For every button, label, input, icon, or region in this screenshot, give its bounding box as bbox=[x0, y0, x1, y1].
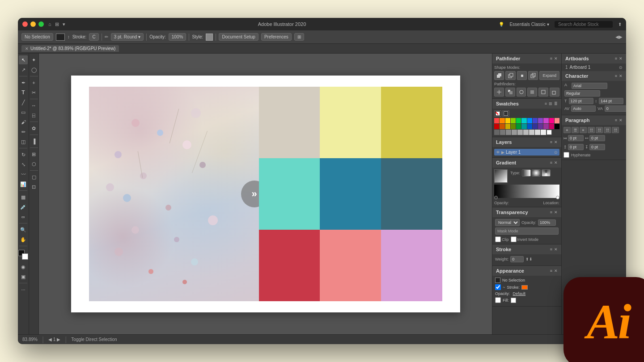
graph-tool[interactable]: 📊 bbox=[19, 180, 28, 189]
gradient-close-icon[interactable]: ✕ bbox=[554, 160, 558, 165]
zoom-level[interactable]: 83.89% bbox=[22, 337, 38, 342]
column-graph-tool[interactable]: ▐ bbox=[30, 137, 38, 146]
crop-btn[interactable] bbox=[527, 88, 537, 97]
stroke-menu-icon[interactable]: ≡ bbox=[550, 247, 552, 252]
artboard-options-icon[interactable]: ⊙ bbox=[619, 65, 623, 70]
more-tools-btn[interactable]: ··· bbox=[19, 285, 28, 294]
color-mode-icon[interactable]: ◉ bbox=[19, 262, 28, 271]
swatch-navy[interactable] bbox=[533, 124, 538, 129]
brush-size-selector[interactable]: 3 pt. Round ▾ bbox=[111, 33, 144, 41]
pathfinder-close-icon[interactable]: ✕ bbox=[554, 56, 558, 61]
transparency-header[interactable]: Transparency ≡ ✕ bbox=[492, 207, 561, 217]
minus-back-btn[interactable] bbox=[550, 88, 559, 97]
swatches-menu-icon[interactable]: ≣ bbox=[554, 101, 558, 106]
reflect-tool[interactable]: ↔ bbox=[30, 101, 38, 110]
swatch-gray1[interactable] bbox=[494, 130, 500, 135]
warp-tool[interactable]: 〰 bbox=[19, 170, 28, 179]
gradient-tool[interactable]: ▦ bbox=[19, 193, 28, 202]
clip-checkbox[interactable] bbox=[495, 236, 501, 242]
mask-mode-btn[interactable]: Mask Mode bbox=[495, 227, 559, 235]
blend-tool[interactable]: ∞ bbox=[19, 212, 28, 221]
layers-header[interactable]: Layers ≡ ✕ bbox=[492, 137, 561, 147]
align-right-btn[interactable]: ≡ bbox=[580, 127, 587, 133]
rect-tool[interactable]: ▭ bbox=[19, 108, 28, 117]
font-family-field[interactable] bbox=[572, 83, 607, 89]
document-setup-btn[interactable]: Document Setup bbox=[219, 33, 258, 41]
justify-last-left-btn[interactable]: ☷ bbox=[596, 127, 603, 133]
swatch-gray9[interactable] bbox=[541, 130, 546, 135]
direct-select-tool[interactable]: ↗ bbox=[19, 65, 28, 74]
style-box[interactable] bbox=[206, 34, 213, 41]
gradient-stop-left[interactable] bbox=[494, 196, 498, 199]
swatch-darkpurple[interactable] bbox=[538, 124, 543, 129]
pathfinder-header[interactable]: Pathfinder ≡ ✕ bbox=[492, 54, 561, 63]
essentials-button[interactable]: Essentials Classic ▾ bbox=[509, 22, 549, 27]
magic-wand-tool[interactable]: ✦ bbox=[30, 55, 38, 64]
character-close-icon[interactable]: ✕ bbox=[619, 74, 623, 78]
leading-field[interactable] bbox=[599, 98, 623, 104]
swatch-darkblue[interactable] bbox=[533, 118, 538, 123]
fill-color-box[interactable] bbox=[56, 34, 65, 41]
document-tab[interactable]: ✕ Untitled-2* @ 83.89% (RGB/GPU Preview) bbox=[21, 45, 119, 52]
swatch-darkmagenta[interactable] bbox=[543, 124, 548, 129]
scale-tool[interactable]: ⤡ bbox=[19, 160, 28, 169]
shear-tool[interactable]: ⌸ bbox=[30, 111, 38, 120]
paragraph-menu-icon[interactable]: ≡ bbox=[615, 118, 617, 122]
swatch-none-btn[interactable] bbox=[494, 110, 501, 117]
arrange-btn[interactable]: ⊞ bbox=[294, 33, 304, 41]
unite-btn[interactable] bbox=[494, 71, 504, 80]
stroke-value[interactable]: C bbox=[89, 33, 98, 41]
swatch-gray7[interactable] bbox=[529, 130, 534, 135]
gradient-slider[interactable] bbox=[494, 185, 559, 198]
divide-btn[interactable] bbox=[494, 88, 504, 97]
grid-icon[interactable]: ⊞ bbox=[55, 21, 59, 27]
layer-visibility-icon[interactable]: 👁 bbox=[496, 150, 500, 155]
stroke-weight-field[interactable] bbox=[510, 256, 524, 262]
font-size-field[interactable] bbox=[569, 98, 593, 104]
swatch-darkpink[interactable] bbox=[549, 124, 554, 129]
text-tool[interactable]: T bbox=[19, 88, 28, 97]
linear-gradient-btn[interactable] bbox=[522, 169, 531, 177]
transparency-menu-icon[interactable]: ≡ bbox=[550, 210, 552, 215]
stroke-color-indicator[interactable] bbox=[521, 285, 528, 290]
maximize-button[interactable] bbox=[38, 21, 44, 27]
hyphenate-checkbox[interactable] bbox=[564, 152, 569, 158]
hand-tool[interactable]: ✋ bbox=[19, 235, 28, 244]
appearance-header[interactable]: Appearance ≡ ✕ bbox=[492, 266, 561, 276]
select-tool[interactable]: ↖ bbox=[19, 55, 28, 64]
trans-opacity-field[interactable] bbox=[538, 219, 556, 226]
gradient-stop-right[interactable] bbox=[556, 196, 559, 199]
character-menu-icon[interactable]: ≡ bbox=[615, 74, 617, 78]
trim-btn[interactable] bbox=[505, 88, 515, 97]
artboard-list-item-1[interactable]: 1 Artboard 1 ⊙ bbox=[562, 63, 626, 71]
justify-all-btn[interactable]: ☷ bbox=[612, 127, 619, 133]
fill-visible-checkbox[interactable] bbox=[495, 297, 501, 303]
stroke-close-icon[interactable]: ✕ bbox=[554, 247, 558, 252]
align-center-btn[interactable]: ☰ bbox=[572, 127, 579, 133]
share-icon[interactable]: ⬆ bbox=[618, 22, 622, 27]
character-header[interactable]: Character ≡ ✕ bbox=[562, 71, 626, 81]
artboards-menu-icon[interactable]: ≡ bbox=[615, 56, 617, 61]
artboard-tool[interactable]: ▢ bbox=[30, 173, 38, 181]
close-button[interactable] bbox=[22, 21, 28, 27]
tab-close-icon[interactable]: ✕ bbox=[25, 46, 29, 51]
swatch-blue[interactable] bbox=[527, 118, 532, 123]
swatches-grid-icon[interactable]: ⊞ bbox=[549, 101, 552, 106]
swatch-lime[interactable] bbox=[511, 118, 516, 123]
swatch-green[interactable] bbox=[516, 118, 521, 123]
anchor-tool[interactable]: + bbox=[30, 78, 38, 87]
swatch-darkred[interactable] bbox=[494, 124, 499, 129]
toggle-label[interactable]: Toggle Direct Selection bbox=[71, 337, 117, 342]
font-weight-field[interactable] bbox=[564, 90, 600, 97]
swatch-pink[interactable] bbox=[549, 118, 554, 123]
swatch-purple[interactable] bbox=[538, 118, 543, 123]
rotate-tool[interactable]: ↻ bbox=[19, 150, 28, 159]
swatch-gray8[interactable] bbox=[535, 130, 540, 135]
paragraph-close-icon[interactable]: ✕ bbox=[619, 118, 623, 122]
stroke-weight-arrows[interactable]: ⬆⬇ bbox=[525, 257, 533, 261]
mesh-tool[interactable]: ⊞ bbox=[30, 150, 38, 159]
swatch-red[interactable] bbox=[494, 118, 499, 123]
swatch-black[interactable] bbox=[555, 124, 559, 129]
paragraph-header[interactable]: Paragraph ≡ ✕ bbox=[562, 115, 626, 125]
layer-expand-icon[interactable]: ▶ bbox=[501, 150, 504, 155]
